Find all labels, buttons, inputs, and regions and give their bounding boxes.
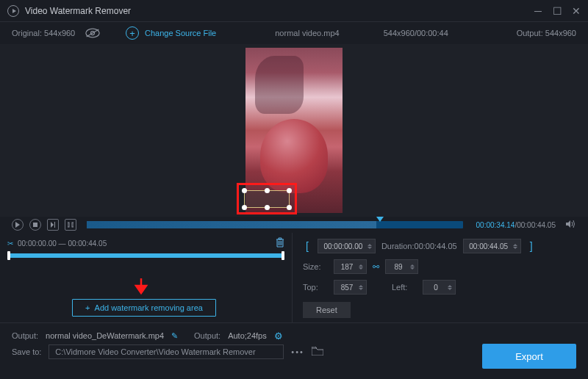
open-folder-icon[interactable] — [312, 347, 323, 357]
svg-rect-7 — [68, 223, 69, 227]
close-button[interactable]: ✕ — [572, 7, 581, 15]
titlebar: Video Watermark Remover ─ ☐ ✕ — [0, 0, 588, 22]
segments-panel: ✂00:00:00.00 — 00:00:44.05 + Add waterma… — [0, 233, 293, 322]
annotation-arrow-icon — [133, 277, 149, 297]
playhead-icon[interactable] — [376, 217, 384, 222]
trim-start-bracket[interactable]: [ — [303, 239, 312, 253]
save-path-field[interactable]: C:\Vidmore Video Converter\Video Waterma… — [49, 344, 284, 359]
step-forward-button[interactable] — [47, 219, 59, 231]
time-start-input[interactable]: 00:00:00.00 — [318, 239, 376, 253]
playback-time: 00:00:34.14/00:00:44.05 — [476, 221, 556, 229]
top-input[interactable]: 857 — [334, 280, 367, 295]
change-source-label: Change Source File — [145, 29, 216, 37]
duration-label: Duration:00:00:44.05 — [381, 242, 457, 250]
svg-marker-9 — [566, 220, 570, 228]
svg-rect-4 — [33, 223, 37, 227]
play-button[interactable] — [12, 219, 24, 231]
top-label: Top: — [303, 283, 328, 292]
maximize-button[interactable]: ☐ — [553, 7, 562, 15]
size-width-input[interactable]: 187 — [334, 259, 367, 274]
segment-track[interactable] — [7, 253, 284, 258]
output-format-label: Output: — [194, 331, 220, 340]
left-label: Left: — [392, 283, 417, 292]
delete-segment-icon[interactable] — [276, 237, 284, 249]
change-source-button[interactable]: + Change Source File — [126, 26, 216, 40]
plus-circle-icon: + — [126, 26, 139, 40]
size-label: Size: — [303, 262, 328, 271]
preview-area[interactable] — [0, 44, 588, 217]
original-label: Original: 544x960 — [12, 29, 75, 37]
trim-end-bracket[interactable]: ] — [527, 239, 536, 253]
app-title: Video Watermark Remover — [25, 6, 534, 16]
segment-times: ✂00:00:00.00 — 00:00:44.05 — [7, 239, 107, 248]
svg-rect-6 — [54, 222, 55, 228]
params-panel: [ 00:00:00.00 Duration:00:00:44.05 00:00… — [293, 233, 588, 322]
rename-icon[interactable]: ✎ — [171, 331, 178, 341]
dims-time-label: 544x960/00:00:44 — [384, 29, 448, 37]
filename-label: normal video.mp4 — [275, 29, 339, 37]
svg-marker-5 — [51, 222, 54, 228]
add-watermark-area-button[interactable]: + Add watermark removing area — [72, 299, 216, 317]
timeline-scrubber[interactable] — [87, 221, 463, 228]
scissors-icon: ✂ — [7, 239, 13, 248]
export-button[interactable]: Export — [482, 344, 576, 369]
size-height-input[interactable]: 89 — [385, 259, 418, 274]
time-end-input[interactable]: 00:00:44.05 — [463, 239, 521, 253]
save-to-label: Save to: — [12, 347, 41, 356]
output-format: Auto;24fps — [228, 331, 267, 340]
plus-icon: + — [85, 303, 90, 312]
settings-icon[interactable]: ⚙ — [274, 331, 283, 342]
minimize-button[interactable]: ─ — [534, 7, 542, 15]
browse-button[interactable]: ••• — [291, 347, 304, 356]
playback-controls: 00:00:34.14/00:00:44.05 — [0, 217, 588, 233]
volume-icon[interactable] — [566, 220, 576, 230]
add-area-label: Add watermark removing area — [95, 303, 203, 312]
app-icon — [7, 5, 19, 17]
preview-toggle-icon[interactable] — [85, 28, 100, 38]
output-dims-label: Output: 544x960 — [517, 29, 576, 37]
svg-rect-8 — [72, 223, 74, 227]
infobar: Original: 544x960 + Change Source File n… — [0, 22, 588, 44]
link-aspect-icon[interactable]: ⚯ — [373, 262, 379, 272]
annotation-highlight-box — [237, 183, 297, 214]
snapshot-button[interactable] — [65, 219, 76, 231]
svg-line-2 — [87, 29, 99, 37]
output-filename: normal video_DeWatermark.mp4 — [46, 331, 164, 340]
reset-button[interactable]: Reset — [303, 302, 351, 318]
output-file-label: Output: — [12, 331, 38, 340]
stop-button[interactable] — [29, 219, 41, 231]
left-input[interactable]: 0 — [423, 280, 456, 295]
svg-marker-3 — [15, 222, 20, 228]
